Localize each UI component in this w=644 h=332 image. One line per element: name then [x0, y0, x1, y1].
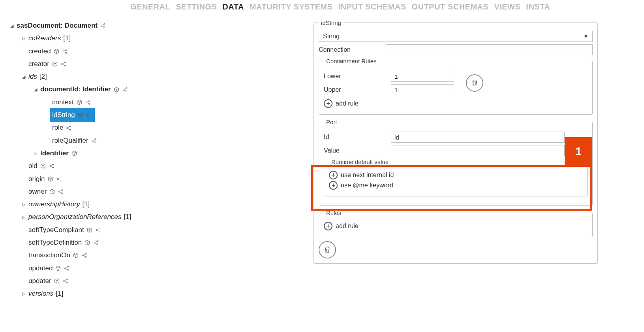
cube-icon — [73, 252, 79, 258]
cube-icon — [84, 240, 90, 246]
upper-label: Upper — [324, 86, 383, 93]
tree-label: transactionOn — [28, 249, 70, 262]
tree-item-personorgrefs[interactable]: ▷ personOrganizationReferences [1] — [9, 211, 302, 223]
port-value-label: Value — [324, 147, 383, 154]
upper-input[interactable] — [391, 84, 454, 95]
tree-label: created — [28, 45, 51, 58]
share-icon — [122, 87, 128, 93]
details-form: idString String ▼ Connection Containment… — [314, 19, 598, 268]
share-icon — [62, 48, 68, 55]
expand-icon[interactable]: ▷ — [21, 200, 26, 209]
tree-item-context[interactable]: ▷ context — [9, 96, 302, 109]
tree-label: creator — [28, 58, 49, 70]
rules-legend: Rules — [324, 209, 344, 216]
connection-label: Connection — [319, 46, 378, 53]
tree-item-updated[interactable]: ▷ updated — [9, 262, 302, 275]
tree-item-role[interactable]: ▷ role — [9, 121, 302, 134]
share-icon — [93, 240, 99, 246]
tree-item-versions[interactable]: ▷ versions [1] — [9, 287, 302, 300]
trash-icon — [323, 245, 332, 254]
tree-label: idString — [52, 109, 75, 121]
add-rule-button[interactable]: + — [324, 222, 332, 230]
delete-containment-button[interactable] — [466, 74, 483, 92]
tree-label: updated — [28, 262, 53, 275]
share-icon — [60, 61, 67, 67]
tab-settings[interactable]: SETTINGS — [176, 2, 217, 11]
lower-input[interactable] — [391, 71, 454, 82]
tree-label: versions — [28, 287, 53, 300]
share-icon — [62, 278, 69, 284]
expand-icon[interactable]: ▷ — [21, 34, 26, 43]
tree-label: owner — [28, 185, 47, 198]
tree-item-creator[interactable]: ▷ creator — [9, 58, 302, 70]
share-icon — [56, 176, 62, 182]
structure-tree: ◢ sasDocument: Document ▷ coReaders [1] … — [9, 19, 302, 300]
tree-item-owner[interactable]: ▷ owner — [9, 185, 302, 198]
port-value-input[interactable] — [391, 145, 565, 156]
tree-label: roleQualifier — [52, 134, 88, 147]
tab-output-schemas[interactable]: OUTPUT SCHEMAS — [412, 2, 489, 11]
tab-views[interactable]: VIEWS — [494, 2, 520, 11]
tree-label: context — [52, 96, 74, 109]
collapse-icon[interactable]: ◢ — [21, 73, 26, 81]
tree-label: origin — [28, 173, 45, 185]
tree-item-old[interactable]: ▷ old — [9, 160, 302, 172]
tab-input-schemas[interactable]: INPUT SCHEMAS — [338, 2, 406, 11]
tree-item-idstring[interactable]: ▷ idString — [9, 109, 302, 121]
tree-label: softTypeCompliant — [28, 224, 84, 236]
collapse-icon[interactable]: ◢ — [9, 22, 14, 30]
runtime-legend: Runtime default value — [329, 158, 391, 165]
add-rule-label: add rule — [336, 223, 359, 230]
tree-root[interactable]: ◢ sasDocument: Document — [9, 19, 302, 32]
tree-item-identifier[interactable]: ▷ Identifier — [9, 147, 302, 160]
share-icon — [64, 265, 70, 272]
tab-insta[interactable]: INSTA — [526, 2, 550, 11]
add-containment-rule-button[interactable]: + — [324, 99, 332, 108]
tree-item-updater[interactable]: ▷ updater — [9, 275, 302, 287]
tab-general[interactable]: GENERAL — [130, 2, 170, 11]
type-select-value: String — [323, 33, 340, 40]
chevron-down-icon: ▼ — [584, 34, 588, 39]
tree-item-transactionon[interactable]: ▷ transactionOn — [9, 249, 302, 262]
count-badge: [2] — [39, 70, 47, 83]
cube-icon — [52, 61, 58, 67]
tree-label: role — [52, 121, 63, 134]
type-select[interactable]: String ▼ — [319, 31, 593, 42]
cube-icon — [40, 163, 46, 169]
expand-icon[interactable]: ▷ — [33, 149, 38, 158]
tab-maturity-systems[interactable]: MATURITY SYSTEMS — [250, 2, 333, 11]
type-legend: idString — [319, 19, 344, 26]
tree-label: softTypeDefinition — [28, 236, 82, 249]
tree-label: updater — [28, 275, 51, 287]
port-id-input[interactable] — [391, 132, 565, 143]
tab-data[interactable]: DATA — [222, 2, 244, 11]
delete-button[interactable] — [319, 241, 336, 258]
share-icon — [86, 112, 92, 118]
connection-input[interactable] — [386, 44, 593, 55]
tab-bar: GENERAL SETTINGS DATA MATURITY SYSTEMS I… — [0, 0, 644, 14]
expand-icon[interactable]: ▷ — [21, 290, 26, 298]
tree-item-coreaders[interactable]: ▷ coReaders [1] — [9, 32, 302, 45]
tree-item-softtypecompliant[interactable]: ▷ softTypeCompliant — [9, 224, 302, 236]
use-me-keyword-button[interactable]: + — [329, 181, 338, 190]
share-icon — [81, 252, 88, 258]
tree-item-softtypedefinition[interactable]: ▷ softTypeDefinition — [9, 236, 302, 249]
use-next-internal-id-button[interactable]: + — [329, 171, 338, 179]
tree-item-origin[interactable]: ▷ origin — [9, 173, 302, 185]
tree-item-ids[interactable]: ◢ ids [2] — [9, 70, 302, 83]
annotation-badge: 1 — [565, 137, 592, 166]
annotation-badge-label: 1 — [575, 145, 582, 158]
tree-label: personOrganizationReferences — [28, 211, 121, 223]
cube-icon — [49, 189, 55, 195]
tree-item-rolequalifier[interactable]: ▷ roleQualifier — [9, 134, 302, 147]
cube-icon — [76, 99, 83, 106]
count-badge: [1] — [56, 287, 63, 300]
tree-item-created[interactable]: ▷ created — [9, 45, 302, 58]
share-icon — [95, 227, 101, 233]
count-badge: [1] — [124, 211, 131, 223]
tree-item-ownershiphistory[interactable]: ▷ ownershipHistory [1] — [9, 198, 302, 211]
expand-icon[interactable]: ▷ — [21, 213, 26, 221]
collapse-icon[interactable]: ◢ — [33, 85, 38, 94]
tree-item-documentid[interactable]: ◢ documentId: Identifier — [9, 83, 302, 96]
tree-label: old — [28, 160, 38, 172]
